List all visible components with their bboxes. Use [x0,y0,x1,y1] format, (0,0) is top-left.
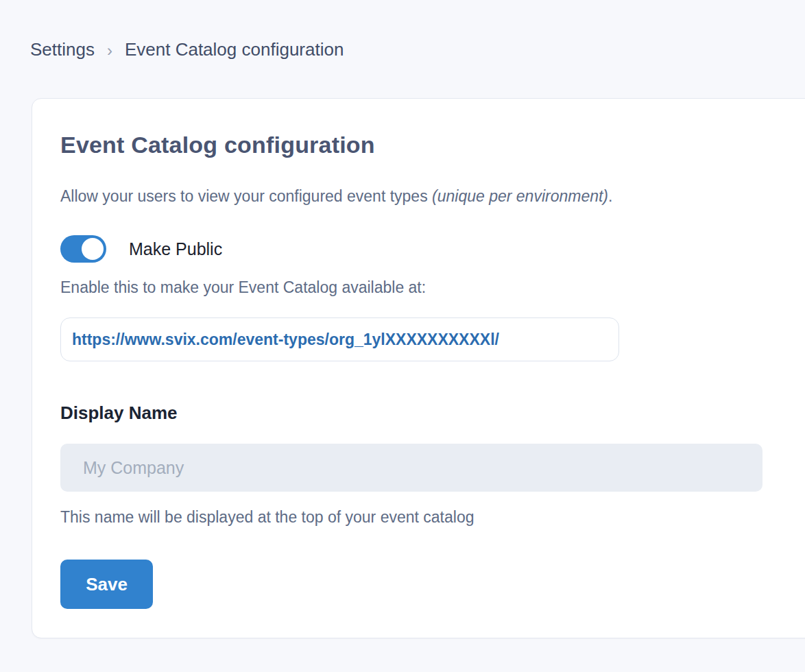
toggle-knob [82,238,104,260]
display-name-label: Display Name [60,403,178,424]
breadcrumb-event-catalog-configuration: Event Catalog configuration [125,39,344,60]
breadcrumb-settings[interactable]: Settings [30,39,95,60]
breadcrumb: Settings › Event Catalog configuration [30,39,344,60]
chevron-right-icon: › [107,40,112,60]
description-italic-text: (unique per environment) [432,187,608,205]
make-public-row: Make Public [60,235,222,263]
card-description: Allow your users to view your configured… [60,187,612,206]
description-suffix: . [608,187,612,205]
make-public-label: Make Public [129,239,222,259]
catalog-url-link[interactable]: https://www.svix.com/event-types/org_1yl… [72,331,499,349]
make-public-helper: Enable this to make your Event Catalog a… [60,278,426,297]
event-catalog-configuration-card: Event Catalog configuration Allow your u… [32,98,805,638]
save-button[interactable]: Save [60,560,153,609]
display-name-input[interactable] [60,444,762,492]
description-text: Allow your users to view your configured… [60,187,432,205]
catalog-url-box: https://www.svix.com/event-types/org_1yl… [60,317,619,361]
make-public-toggle[interactable] [60,235,106,263]
page-title: Event Catalog configuration [60,132,375,158]
display-name-helper: This name will be displayed at the top o… [60,508,474,527]
